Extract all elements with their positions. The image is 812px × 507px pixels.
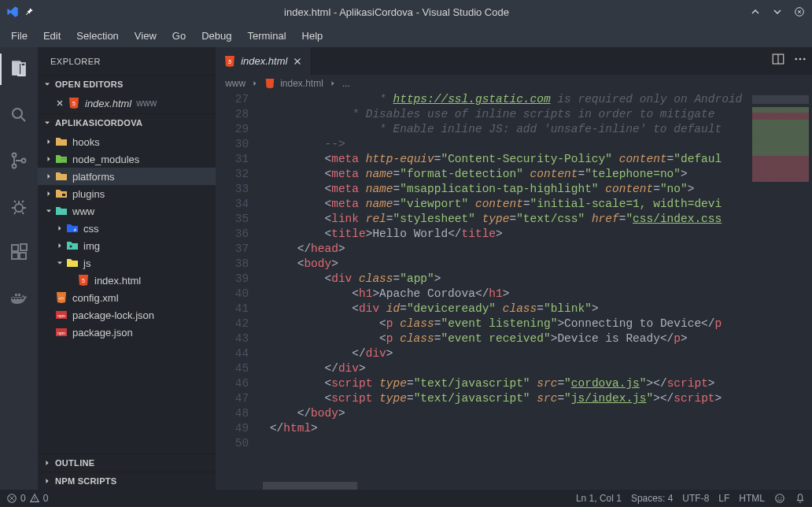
tree-item-label: config.xml	[72, 292, 119, 304]
bell-icon[interactable]	[795, 493, 806, 504]
menu-file[interactable]: File	[3, 27, 35, 45]
folder-img-icon	[66, 239, 79, 252]
tree-item-config-xml[interactable]: </>config.xml	[38, 289, 216, 306]
tree-item-hooks[interactable]: hooks	[38, 133, 216, 150]
maximize-icon[interactable]	[771, 6, 784, 18]
chevron-right-icon	[42, 458, 52, 468]
activity-extensions[interactable]	[0, 236, 38, 268]
menu-help[interactable]: Help	[294, 27, 331, 45]
tree-item-package-json[interactable]: npmpackage.json	[38, 324, 216, 341]
tree-item-label: node_modules	[72, 154, 139, 165]
tree-item-node_modules[interactable]: node_modules	[38, 150, 216, 168]
status-cursor[interactable]: Ln 1, Col 1	[576, 493, 622, 504]
split-editor-icon[interactable]	[771, 52, 785, 66]
open-editor-item[interactable]: 5 index.html www	[38, 94, 216, 112]
tree-item-css[interactable]: #css	[38, 220, 216, 237]
svg-point-14	[70, 246, 72, 248]
svg-point-4	[22, 159, 26, 163]
menu-view[interactable]: View	[127, 27, 164, 45]
svg-text:5: 5	[72, 101, 76, 106]
horizontal-scrollbar[interactable]	[263, 482, 749, 490]
svg-point-5	[15, 204, 23, 212]
close-icon[interactable]	[793, 6, 806, 18]
scrollbar-thumb[interactable]	[263, 482, 357, 490]
chevron-icon	[55, 224, 65, 233]
section-outline[interactable]: OUTLINE	[38, 454, 216, 472]
tree-item-label: css	[83, 223, 99, 235]
tree-item-package-lock-json[interactable]: npmpackage-lock.json	[38, 306, 216, 324]
chevron-icon	[55, 258, 65, 268]
status-bar: 0 0 Ln 1, Col 1 Spaces: 4 UTF-8 LF HTML	[0, 490, 812, 507]
activity-source-control[interactable]	[0, 145, 38, 176]
chevron-icon	[44, 293, 54, 302]
menu-debug[interactable]: Debug	[194, 27, 239, 45]
section-open-editors[interactable]: OPEN EDITORS	[38, 76, 216, 93]
folder-css-icon: #	[66, 222, 79, 235]
svg-text:npm: npm	[57, 313, 65, 318]
svg-text:#: #	[74, 228, 76, 232]
tree-item-label: package.json	[72, 327, 133, 339]
tab-index-html[interactable]: 5 index.html	[216, 47, 312, 75]
status-spaces[interactable]: Spaces: 4	[631, 493, 673, 504]
section-npm-scripts[interactable]: NPM SCRIPTS	[38, 472, 216, 490]
breadcrumb[interactable]: www index.html ...	[216, 75, 812, 92]
status-eol[interactable]: LF	[718, 493, 729, 504]
section-workspace[interactable]: APLIKASICORDOVA	[38, 114, 216, 131]
tree-item-label: platforms	[72, 171, 114, 183]
svg-point-3	[13, 165, 17, 168]
tree-item-label: js	[83, 257, 90, 269]
folder-icon	[55, 170, 68, 183]
tree-item-www[interactable]: www	[38, 202, 216, 220]
menu-selection[interactable]: Selection	[68, 27, 126, 45]
activity-docker[interactable]	[0, 282, 38, 313]
svg-rect-7	[12, 253, 18, 259]
chevron-icon	[44, 154, 54, 164]
sidebar: EXPLORER OPEN EDITORS 5 index.html www A…	[38, 47, 216, 490]
minimap[interactable]	[749, 92, 812, 490]
chevron-right-icon	[42, 476, 52, 486]
activity-bar	[0, 47, 38, 490]
close-icon[interactable]	[292, 56, 303, 67]
html-file-icon: 5	[223, 55, 236, 68]
tree-item-img[interactable]: img	[38, 237, 216, 254]
pin-icon[interactable]	[24, 6, 35, 17]
menu-go[interactable]: Go	[164, 27, 194, 45]
tree-item-index-html[interactable]: 5index.html	[38, 272, 216, 289]
menu-bar: File Edit Selection View Go Debug Termin…	[0, 24, 812, 47]
chevron-right-icon	[328, 79, 338, 88]
line-number-gutter: 2728293031323334353637383940414243444546…	[216, 92, 263, 490]
svg-rect-6	[12, 245, 18, 251]
vscode-icon	[6, 6, 19, 18]
menu-terminal[interactable]: Terminal	[239, 27, 293, 45]
svg-text:5: 5	[228, 59, 231, 65]
menu-edit[interactable]: Edit	[35, 27, 68, 45]
code-content[interactable]: * https://ssl.gstatic.com is required on…	[263, 92, 749, 490]
chevron-icon	[44, 310, 54, 320]
activity-search[interactable]	[0, 99, 38, 131]
folder-js-icon	[66, 257, 79, 269]
tree-item-platforms[interactable]: platforms	[38, 168, 216, 185]
code-editor[interactable]: 2728293031323334353637383940414243444546…	[216, 92, 812, 490]
tree-item-label: plugins	[72, 188, 105, 200]
folder-plug-icon	[55, 187, 68, 200]
tree-item-plugins[interactable]: plugins	[38, 185, 216, 202]
status-language[interactable]: HTML	[739, 493, 765, 504]
more-icon[interactable]	[793, 52, 807, 66]
status-problems[interactable]: 0 0	[6, 493, 48, 504]
folder-node-icon	[55, 153, 68, 165]
sidebar-title: EXPLORER	[38, 47, 216, 75]
chevron-icon	[44, 172, 54, 181]
feedback-icon[interactable]	[774, 493, 785, 504]
minimize-icon[interactable]	[749, 6, 762, 18]
chevron-icon	[55, 241, 65, 250]
html-file-icon	[264, 78, 275, 89]
activity-explorer[interactable]	[0, 54, 38, 85]
svg-point-1	[13, 109, 22, 118]
svg-point-29	[776, 494, 784, 503]
close-icon[interactable]	[55, 98, 65, 108]
activity-debug[interactable]	[0, 191, 38, 222]
error-icon	[6, 493, 17, 504]
svg-rect-12	[62, 194, 65, 196]
status-encoding[interactable]: UTF-8	[682, 493, 709, 504]
tree-item-js[interactable]: js	[38, 254, 216, 272]
